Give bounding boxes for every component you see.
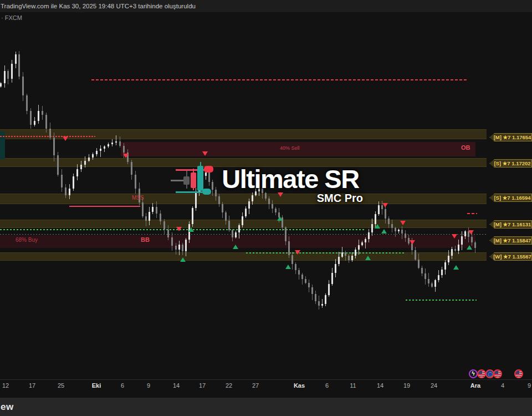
- us-flag-event-icon[interactable]: [493, 369, 502, 378]
- price-level-badge: [S] ★7 1.16594: [489, 194, 532, 202]
- level-line: [0, 234, 487, 235]
- tradingview-snapshot: TradingView.com ile Kas 30, 2025 19:48 U…: [0, 0, 532, 416]
- badge-price: 1.16131: [512, 221, 531, 227]
- candle: [315, 294, 316, 301]
- axis-month-label: Ara: [470, 382, 480, 389]
- buy-signal-icon: [277, 216, 283, 221]
- candle: [431, 283, 433, 287]
- candle: [108, 144, 109, 146]
- candle: [215, 190, 217, 196]
- watermark-subtitle: SMC Pro: [218, 192, 363, 205]
- buy-signal-icon: [285, 265, 291, 269]
- us-flag-event-icon[interactable]: [514, 369, 523, 378]
- candle: [461, 236, 463, 245]
- candle: [448, 256, 449, 262]
- candle: [119, 141, 121, 146]
- us-flag-event-icon[interactable]: [477, 369, 486, 378]
- candle: [245, 209, 247, 216]
- price-level-badge: [M] ★7 1.17654: [489, 133, 532, 141]
- flash-event-icon[interactable]: ϟ: [469, 369, 478, 378]
- candle: [4, 71, 6, 83]
- watermark-title: Ultimate SR: [218, 166, 363, 192]
- candle: [368, 232, 370, 239]
- price-level-badge: [M] ★7 1.16131: [489, 220, 532, 229]
- badge-tier: [S]: [494, 160, 501, 166]
- candle: [464, 231, 466, 236]
- candle: [434, 280, 436, 287]
- candle: [474, 242, 476, 248]
- zone-label: 40% Sell: [280, 145, 300, 151]
- candle: [348, 256, 350, 260]
- axis-day-label: 17: [29, 382, 35, 389]
- candle: [418, 260, 420, 268]
- candle: [145, 216, 147, 221]
- candle: [338, 257, 340, 264]
- candle: [311, 287, 313, 294]
- candle: [15, 54, 17, 64]
- candle: [182, 245, 183, 251]
- candle: [18, 54, 20, 77]
- symbol-source-label: · FXCM: [1, 14, 22, 21]
- candle: [135, 175, 136, 189]
- candle: [152, 207, 154, 212]
- candle: [76, 169, 78, 176]
- pattern-candle: [183, 176, 190, 185]
- candle: [84, 161, 86, 165]
- candle: [163, 221, 165, 230]
- candle: [454, 249, 456, 251]
- candle: [441, 270, 443, 275]
- zone-label: 68% Buy: [16, 237, 38, 243]
- candle: [11, 64, 13, 79]
- axis-separator: [0, 379, 532, 380]
- level-line: [467, 213, 477, 214]
- candle: [375, 214, 376, 224]
- axis-day-label: 25: [58, 382, 64, 389]
- teal-pill-marker: [202, 189, 211, 195]
- candle: [308, 283, 310, 287]
- candle: [131, 162, 132, 175]
- candle: [301, 275, 303, 279]
- buy-signal-icon: [180, 257, 186, 262]
- buy-signal-icon: [233, 245, 238, 249]
- candle: [235, 232, 237, 237]
- footer-bar: ew: [0, 398, 532, 416]
- candle: [175, 246, 177, 250]
- candle: [149, 212, 150, 221]
- axis-day-label: 27: [252, 382, 259, 389]
- olive-zone: [0, 220, 487, 228]
- axis-day-label: 12: [2, 382, 9, 389]
- sell-signal-icon: [63, 136, 68, 141]
- axis-day-label: 22: [226, 382, 232, 389]
- star-icon: ★7: [503, 253, 511, 260]
- axis-day-label: 11: [350, 382, 356, 389]
- tradingview-logo-fragment[interactable]: ew: [1, 402, 14, 412]
- star-icon: ★7: [503, 134, 511, 140]
- buy-signal-icon: [188, 227, 194, 232]
- candle: [212, 182, 213, 190]
- olive-zone: [0, 252, 487, 261]
- candle: [305, 279, 306, 283]
- level-line: [0, 229, 366, 230]
- candle: [100, 149, 101, 151]
- candle: [232, 230, 233, 237]
- badge-tier: [M]: [494, 237, 502, 243]
- buy-signal-icon: [467, 245, 472, 250]
- pattern-candle: [197, 166, 203, 191]
- axis-day-label: 24: [431, 382, 437, 389]
- candle: [111, 143, 113, 144]
- axis-month-label: Eki: [92, 382, 101, 389]
- zone-label: BB: [141, 236, 150, 243]
- candle: [415, 250, 416, 260]
- sell-signal-icon: [452, 234, 457, 239]
- candle: [321, 304, 323, 306]
- candle-wick: [322, 299, 323, 308]
- star-icon: ★7: [503, 195, 510, 201]
- badge-price: 1.16594: [511, 195, 530, 201]
- candle: [57, 155, 59, 175]
- candle: [438, 275, 439, 280]
- candle: [185, 240, 187, 251]
- candle: [341, 252, 343, 257]
- chart-surface[interactable]: Ultimate SR SMC Pro 40% SellOBMSS68% Buy…: [0, 25, 532, 379]
- candle: [428, 279, 429, 283]
- candle: [7, 71, 9, 79]
